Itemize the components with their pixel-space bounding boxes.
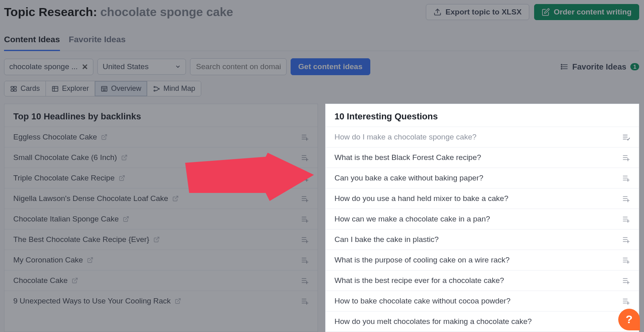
external-link-icon[interactable] bbox=[123, 216, 129, 222]
add-favorite-icon[interactable] bbox=[622, 297, 630, 305]
view-mindmap-button[interactable]: Mind Map bbox=[147, 81, 201, 96]
add-favorite-icon[interactable] bbox=[622, 277, 630, 285]
add-favorite-icon[interactable] bbox=[622, 174, 630, 182]
headline-text: The Best Chocolate Cake Recipe {Ever} bbox=[13, 235, 149, 244]
export-xlsx-button[interactable]: Export topic to XLSX bbox=[426, 4, 529, 20]
external-link-icon[interactable] bbox=[172, 195, 179, 202]
view-overview-label: Overview bbox=[111, 84, 141, 93]
svg-point-19 bbox=[154, 90, 155, 91]
svg-rect-8 bbox=[14, 86, 17, 88]
external-link-icon[interactable] bbox=[119, 175, 125, 181]
question-text: How do I make a chocolate sponge cake? bbox=[334, 133, 477, 141]
favorite-ideas-link[interactable]: Favorite Ideas 1 bbox=[560, 62, 639, 72]
question-row[interactable]: How can we make a chocolate cake in a pa… bbox=[326, 209, 639, 229]
add-favorite-icon[interactable] bbox=[301, 277, 309, 285]
headline-row[interactable]: My Coronation Cake bbox=[4, 250, 318, 270]
external-link-icon[interactable] bbox=[153, 236, 160, 243]
svg-rect-9 bbox=[11, 89, 13, 91]
question-text: What is the best Black Forest Cake recip… bbox=[334, 153, 481, 162]
question-row[interactable]: Can I bake the cake in plastic? bbox=[326, 229, 639, 250]
add-favorite-icon[interactable] bbox=[622, 215, 630, 223]
view-cards-label: Cards bbox=[21, 84, 40, 93]
country-select[interactable]: United States bbox=[97, 59, 186, 75]
add-favorite-icon[interactable] bbox=[301, 215, 309, 223]
favorite-ideas-label: Favorite Ideas bbox=[572, 62, 627, 72]
add-favorite-icon[interactable] bbox=[622, 133, 630, 141]
view-cards-button[interactable]: Cards bbox=[4, 81, 46, 96]
export-xlsx-label: Export topic to XLSX bbox=[446, 8, 522, 16]
headline-text: Chocolate Italian Sponge Cake bbox=[13, 215, 119, 223]
favorite-ideas-count: 1 bbox=[630, 63, 639, 70]
question-row[interactable]: How do I make a chocolate sponge cake? bbox=[326, 127, 639, 147]
add-favorite-icon[interactable] bbox=[301, 154, 309, 162]
external-link-icon[interactable] bbox=[87, 257, 93, 263]
headlines-panel-title: Top 10 Headlines by backlinks bbox=[4, 104, 318, 127]
headline-text: Chocolate Cake bbox=[13, 276, 68, 285]
external-link-icon[interactable] bbox=[101, 134, 107, 140]
headline-row[interactable]: 9 Unexpected Ways to Use Your Cooling Ra… bbox=[4, 291, 318, 311]
view-overview-button[interactable]: Overview bbox=[95, 81, 147, 96]
get-content-ideas-button[interactable]: Get content ideas bbox=[291, 58, 370, 75]
filter-row: chocolate sponge ... ✕ United States Get… bbox=[4, 58, 639, 75]
question-row[interactable]: What is the purpose of cooling cake on a… bbox=[326, 250, 639, 270]
edit-icon bbox=[542, 8, 550, 16]
headline-text: Triple Chocolate Cake Recipe bbox=[13, 174, 115, 182]
svg-line-27 bbox=[124, 155, 126, 158]
keyword-chip[interactable]: chocolate sponge ... ✕ bbox=[4, 59, 93, 75]
add-favorite-icon[interactable] bbox=[301, 174, 309, 182]
order-content-label: Order content writing bbox=[554, 8, 632, 16]
question-text: What is the purpose of cooling cake on a… bbox=[334, 256, 510, 264]
headline-text: 9 Unexpected Ways to Use Your Cooling Ra… bbox=[13, 297, 171, 305]
view-switcher: Cards Explorer Overview Mind Map bbox=[4, 81, 201, 96]
external-link-icon[interactable] bbox=[121, 154, 128, 161]
question-row[interactable]: Can you bake a cake without baking paper… bbox=[326, 168, 639, 188]
question-row[interactable]: How do you use a hand held mixer to bake… bbox=[326, 188, 639, 209]
external-link-icon[interactable] bbox=[175, 298, 181, 304]
headline-row[interactable]: Nigella Lawson's Dense Chocolate Loaf Ca… bbox=[4, 188, 318, 209]
help-icon-label: ? bbox=[625, 313, 632, 326]
add-favorite-icon[interactable] bbox=[301, 133, 309, 141]
question-row[interactable]: How do you melt chocolates for making a … bbox=[326, 311, 639, 332]
question-row[interactable]: What is the best recipe ever for a choco… bbox=[326, 270, 639, 291]
add-favorite-icon[interactable] bbox=[622, 154, 630, 162]
headline-text: Eggless Chocolate Cake bbox=[13, 133, 97, 141]
question-row[interactable]: What is the best Black Forest Cake recip… bbox=[326, 147, 639, 168]
add-favorite-icon[interactable] bbox=[301, 195, 309, 203]
header-actions: Export topic to XLSX Order content writi… bbox=[426, 4, 639, 20]
upload-icon bbox=[433, 8, 442, 16]
add-favorite-icon[interactable] bbox=[622, 195, 630, 203]
svg-point-5 bbox=[561, 66, 562, 68]
cards-icon bbox=[10, 85, 17, 92]
headline-row[interactable]: Chocolate Italian Sponge Cake bbox=[4, 209, 318, 229]
questions-panel: 10 Interesting Questions How do I make a… bbox=[325, 104, 639, 332]
add-favorite-icon[interactable] bbox=[301, 297, 309, 305]
external-link-icon[interactable] bbox=[72, 277, 78, 284]
page-header: Topic Research: chocolate sponge cake Ex… bbox=[4, 4, 639, 20]
headline-row[interactable]: Triple Chocolate Cake Recipe bbox=[4, 168, 318, 188]
add-favorite-icon[interactable] bbox=[301, 236, 309, 244]
order-content-button[interactable]: Order content writing bbox=[534, 4, 639, 20]
headline-row[interactable]: Eggless Chocolate Cake bbox=[4, 127, 318, 147]
headline-row[interactable]: Small Chocolate Cake (6 Inch) bbox=[4, 147, 318, 168]
add-favorite-icon[interactable] bbox=[622, 256, 630, 264]
question-text: How to bake chocolate cake without cocoa… bbox=[334, 297, 510, 305]
add-favorite-icon[interactable] bbox=[301, 256, 309, 264]
search-domain-input[interactable] bbox=[190, 58, 287, 75]
headline-row[interactable]: The Best Chocolate Cake Recipe {Ever} bbox=[4, 229, 318, 250]
question-text: Can you bake a cake without baking paper… bbox=[334, 174, 483, 182]
svg-line-45 bbox=[126, 217, 128, 219]
tab-favorite-ideas[interactable]: Favorite Ideas bbox=[69, 32, 126, 51]
question-text: Can I bake the cake in plastic? bbox=[334, 235, 439, 244]
add-favorite-icon[interactable] bbox=[622, 236, 630, 244]
keyword-chip-label: chocolate sponge ... bbox=[9, 62, 78, 71]
title-topic: chocolate sponge cake bbox=[100, 5, 233, 19]
view-explorer-button[interactable]: Explorer bbox=[46, 81, 95, 96]
headline-row[interactable]: Chocolate Cake bbox=[4, 270, 318, 291]
help-button[interactable]: ? bbox=[618, 309, 640, 330]
headline-text: Nigella Lawson's Dense Chocolate Loaf Ca… bbox=[13, 194, 168, 203]
question-text: What is the best recipe ever for a choco… bbox=[334, 276, 504, 285]
tab-content-ideas[interactable]: Content Ideas bbox=[4, 32, 60, 51]
overview-panels: Top 10 Headlines by backlinks Eggless Ch… bbox=[4, 104, 639, 332]
close-icon[interactable]: ✕ bbox=[82, 62, 88, 72]
question-row[interactable]: How to bake chocolate cake without cocoa… bbox=[326, 291, 639, 311]
